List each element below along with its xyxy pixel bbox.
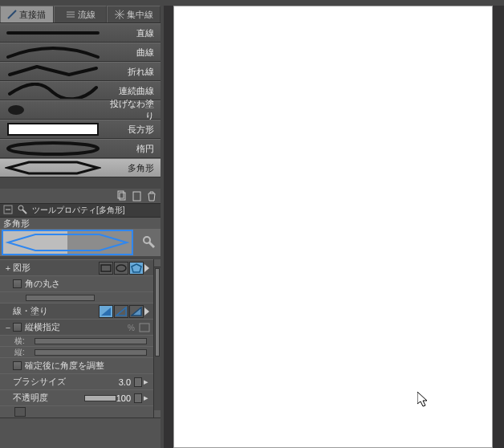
svg-rect-29 bbox=[140, 324, 149, 332]
tool-ellipse[interactable]: 楕円 bbox=[0, 139, 161, 158]
scroll-thumb[interactable] bbox=[155, 268, 160, 356]
opacity-indicator[interactable] bbox=[134, 393, 142, 403]
tool-preview-polyline bbox=[0, 63, 106, 80]
aa-icon[interactable] bbox=[14, 407, 26, 417]
property-scrollbar[interactable] bbox=[153, 259, 161, 418]
tab-direct-draw[interactable]: 直接描 bbox=[0, 6, 54, 22]
subtool-actions bbox=[0, 189, 161, 203]
prop-label: 角の丸さ bbox=[25, 278, 150, 290]
aspect-h-slider[interactable] bbox=[35, 338, 147, 344]
tab-stream-lines[interactable]: 流線 bbox=[54, 6, 108, 22]
prop-label: 不透明度 bbox=[13, 392, 84, 404]
shape-rect-button[interactable] bbox=[99, 262, 113, 275]
prop-label: 確定後に角度を調整 bbox=[25, 360, 150, 372]
shape-polygon-button[interactable] bbox=[129, 262, 144, 275]
aspect-h-row: 横: bbox=[0, 335, 153, 346]
canvas-page[interactable] bbox=[173, 6, 493, 448]
tool-property-title: ツールプロパティ[多角形] bbox=[32, 205, 125, 216]
chevron-right-icon[interactable] bbox=[144, 263, 150, 273]
duplicate-icon[interactable] bbox=[117, 189, 128, 202]
prop-line-fill: 線・塗り bbox=[0, 303, 153, 319]
left-panel: 直接描 流線 集中線 直線 曲線 bbox=[0, 6, 161, 448]
svg-point-21 bbox=[116, 265, 126, 271]
scroll-down-icon[interactable] bbox=[154, 410, 161, 418]
tab-focus-lines[interactable]: 集中線 bbox=[107, 6, 161, 22]
tool-line[interactable]: 直線 bbox=[0, 23, 161, 43]
expand-minus-icon[interactable]: − bbox=[3, 323, 13, 332]
svg-point-18 bbox=[144, 237, 150, 243]
tool-lasso-fill[interactable]: 投げなわ塗り bbox=[0, 100, 161, 120]
trash-icon[interactable] bbox=[146, 189, 157, 202]
tool-label: 投げなわ塗り bbox=[106, 98, 161, 122]
tool-list: 直線 曲線 折れ線 連続曲線 投げなわ塗り bbox=[0, 23, 161, 177]
svg-marker-26 bbox=[132, 307, 141, 316]
preview-row bbox=[0, 229, 161, 256]
aspect-checkbox[interactable] bbox=[13, 323, 22, 332]
tool-label: 連続曲線 bbox=[106, 85, 161, 97]
svg-rect-20 bbox=[101, 265, 111, 271]
brush-preview[interactable] bbox=[2, 230, 133, 255]
tool-preview-curve bbox=[0, 43, 106, 61]
tool-preview-polycurve bbox=[0, 82, 106, 100]
svg-marker-9 bbox=[8, 162, 98, 173]
roundness-checkbox[interactable] bbox=[13, 279, 22, 288]
tool-polyline[interactable]: 折れ線 bbox=[0, 62, 161, 81]
tool-preview-line bbox=[0, 24, 106, 42]
prop-label: 線・塗り bbox=[13, 305, 99, 317]
tool-polygon[interactable]: 多角形 bbox=[0, 158, 161, 177]
aspect-pct-icon[interactable]: % bbox=[128, 321, 139, 334]
svg-marker-23 bbox=[144, 264, 149, 272]
prop-brush-size: ブラシサイズ 3.0 ▸ bbox=[0, 373, 153, 389]
shape-ellipse-button[interactable] bbox=[114, 262, 128, 275]
aspect-v-row: 縦: bbox=[0, 346, 153, 357]
tab-label: 流線 bbox=[78, 9, 96, 21]
tool-label: 多角形 bbox=[106, 162, 161, 174]
tool-label: 直線 bbox=[106, 27, 161, 39]
tab-label: 直接描 bbox=[19, 9, 46, 21]
aspect-px-icon[interactable] bbox=[139, 321, 150, 334]
wrench-icon[interactable] bbox=[18, 205, 29, 216]
prop-aspect: − 縦横指定 % bbox=[0, 319, 153, 335]
svg-marker-25 bbox=[116, 307, 126, 316]
minus-icon[interactable] bbox=[3, 205, 14, 216]
tool-property-header: ツールプロパティ[多角形] bbox=[0, 203, 161, 218]
tool-preview-polygon bbox=[0, 159, 106, 177]
svg-marker-27 bbox=[144, 307, 149, 316]
aspect-h-label: 横: bbox=[14, 336, 25, 347]
svg-rect-11 bbox=[118, 191, 124, 198]
prop-label: 図形 bbox=[13, 262, 99, 274]
chevron-right-icon[interactable]: ▸ bbox=[142, 393, 150, 403]
adjust-angle-checkbox[interactable] bbox=[13, 361, 22, 370]
svg-marker-22 bbox=[132, 264, 141, 272]
prop-label: ブラシサイズ bbox=[13, 376, 119, 388]
chevron-right-icon[interactable] bbox=[144, 307, 150, 316]
fill-both-button[interactable] bbox=[129, 305, 144, 318]
brush-size-indicator[interactable] bbox=[134, 377, 142, 387]
svg-marker-24 bbox=[101, 307, 111, 316]
aspect-v-slider[interactable] bbox=[35, 349, 147, 356]
tool-label: 折れ線 bbox=[106, 66, 161, 78]
tool-curve[interactable]: 曲線 bbox=[0, 43, 161, 62]
svg-text:%: % bbox=[128, 324, 135, 332]
prop-opacity: 不透明度 100 ▸ bbox=[0, 389, 153, 405]
scroll-up-icon[interactable] bbox=[154, 259, 161, 267]
chevron-right-icon[interactable]: ▸ bbox=[142, 377, 150, 387]
expand-plus-icon[interactable]: + bbox=[3, 263, 13, 273]
aspect-v-label: 縦: bbox=[14, 347, 25, 358]
tool-rectangle[interactable]: 長方形 bbox=[0, 120, 161, 139]
opacity-slider[interactable] bbox=[84, 395, 116, 401]
roundness-slider[interactable] bbox=[26, 295, 95, 301]
line-icon bbox=[7, 10, 17, 19]
fill-outline-button[interactable] bbox=[114, 305, 128, 318]
prop-shape: + 図形 bbox=[0, 259, 153, 275]
svg-line-19 bbox=[149, 242, 154, 247]
tab-label: 集中線 bbox=[127, 9, 153, 21]
svg-rect-12 bbox=[133, 192, 140, 201]
prop-label: 縦横指定 bbox=[25, 321, 128, 333]
new-icon[interactable] bbox=[132, 189, 143, 202]
svg-marker-17 bbox=[8, 234, 127, 250]
tool-preview-rect bbox=[0, 120, 106, 138]
fill-solid-button[interactable] bbox=[99, 305, 113, 318]
subtool-detail-icon[interactable] bbox=[141, 234, 157, 250]
prop-adjust-angle: 確定後に角度を調整 bbox=[0, 357, 153, 373]
